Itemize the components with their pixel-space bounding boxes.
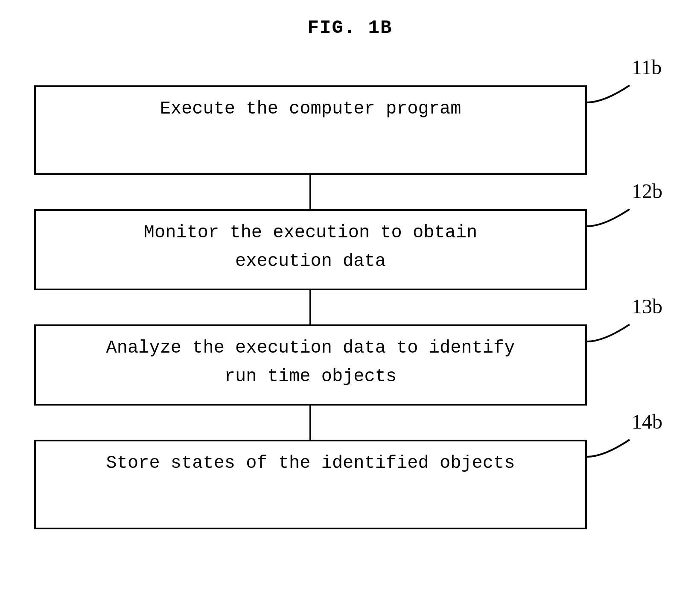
step-label-3: 13b (632, 295, 662, 318)
step-label-1: 11b (632, 55, 662, 79)
step-box-4: Store states of the identified objects (34, 440, 587, 529)
step-label-4: 14b (632, 410, 662, 433)
step-box-3: Analyze the execution data to identify r… (34, 324, 587, 406)
leader-line-3 (587, 320, 677, 350)
step-text-3: Analyze the execution data to identify r… (106, 338, 515, 387)
connector-2-3 (309, 290, 311, 324)
connector-1-2 (309, 175, 311, 209)
step-text-4: Store states of the identified objects (106, 453, 515, 473)
leader-line-4 (587, 435, 677, 465)
step-box-1: Execute the computer program (34, 85, 587, 175)
leader-line-2 (587, 205, 677, 235)
figure-title: FIG. 1B (308, 17, 393, 38)
leader-line-1 (587, 81, 677, 111)
step-text-2: Monitor the execution to obtain executio… (144, 222, 477, 271)
step-text-1: Execute the computer program (160, 99, 461, 119)
step-box-2: Monitor the execution to obtain executio… (34, 209, 587, 290)
step-label-2: 12b (632, 179, 662, 203)
connector-3-4 (309, 406, 311, 440)
